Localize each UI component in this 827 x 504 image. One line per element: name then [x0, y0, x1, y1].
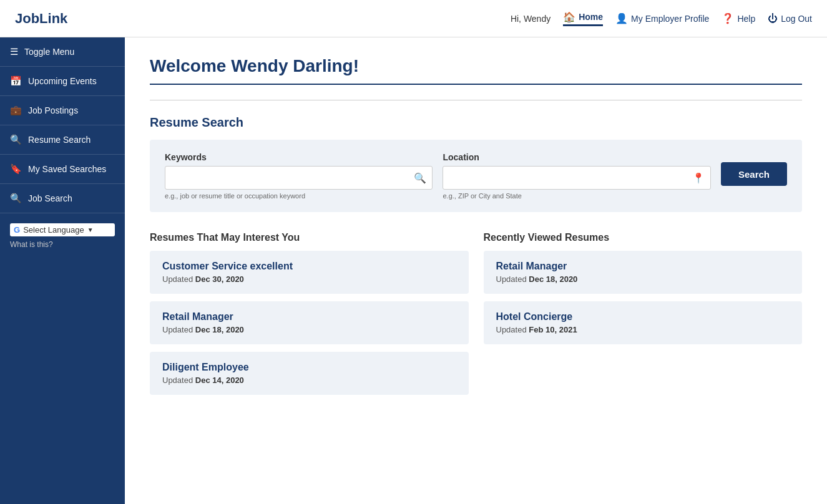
sidebar-upcoming-events[interactable]: 📅 Upcoming Events — [0, 67, 125, 96]
upcoming-events-icon: 📅 — [10, 75, 22, 87]
help-link[interactable]: ❓ Help — [722, 12, 755, 24]
language-label: Select Language — [23, 225, 84, 235]
keywords-field: Keywords 🔍 e.g., job or resume title or … — [165, 152, 433, 200]
resumes-interest-title: Resumes That May Interest You — [150, 232, 469, 243]
home-link[interactable]: 🏠 Home — [563, 11, 603, 26]
logout-link[interactable]: ⏻ Log Out — [768, 13, 812, 24]
location-label: Location — [443, 152, 710, 162]
sidebar-job-postings[interactable]: 💼 Job Postings — [0, 96, 125, 125]
job-search-icon: 🔍 — [10, 193, 22, 204]
toggle-menu-label: Toggle Menu — [24, 47, 74, 57]
resume-card-title-2: Diligent Employee — [162, 362, 456, 373]
sidebar-my-saved-searches[interactable]: 🔖 My Saved Searches — [0, 155, 125, 184]
resume-search-nav-icon: 🔍 — [10, 134, 22, 145]
resume-card-updated-0: Updated Dec 30, 2020 — [162, 274, 456, 284]
layout: ☰ Toggle Menu 📅 Upcoming Events 💼 Job Po… — [0, 37, 827, 504]
resume-card-recent-0[interactable]: Retail Manager Updated Dec 18, 2020 — [484, 251, 803, 294]
resumes-interest-col: Resumes That May Interest You Customer S… — [150, 232, 469, 402]
cards-row: Resumes That May Interest You Customer S… — [150, 232, 802, 402]
resume-card-title-0: Customer Service excellent — [162, 261, 456, 272]
resume-card-recent-title-1: Hotel Concierge — [496, 311, 790, 322]
logout-icon: ⏻ — [768, 13, 778, 24]
resume-card-recent-updated-1: Updated Feb 10, 2021 — [496, 325, 790, 334]
employer-profile-link[interactable]: 👤 My Employer Profile — [615, 12, 709, 24]
header-greeting: Hi, Wendy — [511, 14, 551, 24]
saved-searches-icon: 🔖 — [10, 163, 22, 175]
location-input-wrapper: 📍 — [443, 166, 710, 190]
logo: JobLink — [15, 11, 67, 27]
what-is-this-link[interactable]: What is this? — [10, 240, 115, 249]
keywords-input[interactable] — [165, 166, 433, 190]
google-g-icon: G — [14, 225, 20, 235]
resume-search-box: Keywords 🔍 e.g., job or resume title or … — [150, 140, 802, 212]
resume-card-recent-1[interactable]: Hotel Concierge Updated Feb 10, 2021 — [484, 301, 803, 344]
recently-viewed-col: Recently Viewed Resumes Retail Manager U… — [484, 232, 803, 402]
updated-label-0: Updated — [162, 274, 193, 284]
toggle-menu-icon: ☰ — [10, 46, 18, 57]
keywords-input-wrapper: 🔍 — [165, 166, 433, 190]
language-selector[interactable]: G Select Language ▼ — [10, 223, 115, 236]
updated-date-0: Dec 30, 2020 — [195, 274, 244, 284]
main-content: Welcome Wendy Darling! Resume Search Key… — [125, 37, 827, 504]
upcoming-events-label: Upcoming Events — [28, 76, 97, 86]
recent-updated-date-0: Dec 18, 2020 — [529, 274, 577, 284]
sidebar-resume-search[interactable]: 🔍 Resume Search — [0, 125, 125, 155]
recently-viewed-title: Recently Viewed Resumes — [484, 232, 803, 243]
location-pin-icon: 📍 — [692, 172, 705, 184]
updated-date-1: Dec 18, 2020 — [195, 325, 244, 334]
saved-searches-label: My Saved Searches — [28, 164, 106, 174]
job-postings-label: Job Postings — [28, 105, 78, 115]
location-input[interactable] — [443, 166, 710, 190]
resume-search-nav-label: Resume Search — [28, 135, 91, 145]
recent-updated-date-1: Feb 10, 2021 — [529, 325, 577, 334]
sidebar: ☰ Toggle Menu 📅 Upcoming Events 💼 Job Po… — [0, 37, 125, 504]
employer-profile-label: My Employer Profile — [631, 14, 709, 24]
help-label: Help — [737, 14, 755, 24]
employer-profile-icon: 👤 — [615, 12, 628, 24]
help-icon: ❓ — [722, 12, 734, 24]
language-selector-wrapper: G Select Language ▼ What is this? — [0, 213, 125, 259]
resume-card-interest-1[interactable]: Retail Manager Updated Dec 18, 2020 — [150, 301, 469, 344]
keywords-search-icon: 🔍 — [414, 172, 426, 184]
page-title: Welcome Wendy Darling! — [150, 56, 802, 85]
job-search-label: Job Search — [28, 193, 72, 203]
resume-card-recent-updated-0: Updated Dec 18, 2020 — [496, 274, 790, 284]
keywords-hint: e.g., job or resume title or occupation … — [165, 192, 433, 200]
updated-date-2: Dec 14, 2020 — [195, 376, 244, 385]
job-postings-icon: 💼 — [10, 105, 22, 116]
resume-search-section-title: Resume Search — [150, 115, 802, 130]
resume-card-updated-1: Updated Dec 18, 2020 — [162, 325, 456, 334]
sidebar-toggle-menu[interactable]: ☰ Toggle Menu — [0, 37, 125, 67]
recent-updated-label-1: Updated — [496, 325, 527, 334]
keywords-label: Keywords — [165, 152, 433, 162]
recent-updated-label-0: Updated — [496, 274, 527, 284]
home-icon: 🏠 — [563, 11, 575, 23]
resume-card-title-1: Retail Manager — [162, 311, 456, 322]
updated-label-2: Updated — [162, 376, 193, 385]
location-field: Location 📍 e.g., ZIP or City and State — [443, 152, 710, 200]
resume-card-interest-2[interactable]: Diligent Employee Updated Dec 14, 2020 — [150, 352, 469, 395]
header: JobLink Hi, Wendy 🏠 Home 👤 My Employer P… — [0, 0, 827, 37]
resume-card-interest-0[interactable]: Customer Service excellent Updated Dec 3… — [150, 251, 469, 294]
title-divider — [150, 100, 802, 100]
search-button[interactable]: Search — [721, 162, 787, 186]
logout-label: Log Out — [781, 14, 812, 24]
header-nav: Hi, Wendy 🏠 Home 👤 My Employer Profile ❓… — [511, 11, 812, 26]
resume-card-updated-2: Updated Dec 14, 2020 — [162, 376, 456, 385]
location-hint: e.g., ZIP or City and State — [443, 192, 710, 200]
resume-card-recent-title-0: Retail Manager — [496, 261, 790, 272]
sidebar-job-search[interactable]: 🔍 Job Search — [0, 184, 125, 213]
chevron-down-icon: ▼ — [87, 226, 94, 233]
home-label: Home — [579, 12, 603, 22]
updated-label-1: Updated — [162, 325, 193, 334]
